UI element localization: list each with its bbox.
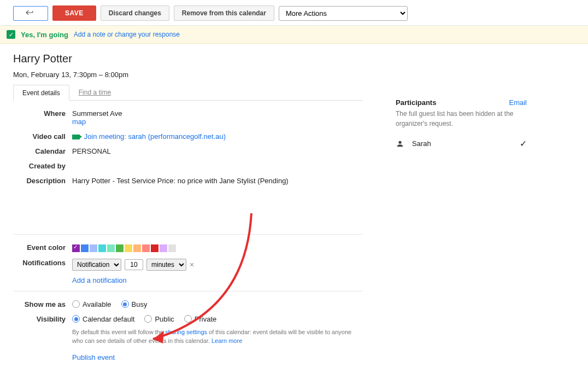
color-swatch[interactable] — [160, 244, 167, 252]
videocall-label: Video call — [13, 132, 72, 141]
radio-icon — [121, 300, 129, 308]
participants-panel: Participants Email The full guest list h… — [396, 53, 527, 377]
more-actions-select[interactable]: More Actions — [279, 6, 408, 21]
guest-list-hidden-note: The full guest list has been hidden at t… — [396, 109, 527, 129]
where-address: Summerset Ave — [72, 109, 363, 118]
color-swatches — [72, 243, 363, 252]
color-swatch[interactable] — [142, 244, 150, 252]
visibility-label: Visibility — [13, 315, 72, 361]
event-title: Harry Potter — [13, 53, 363, 65]
publish-event-link[interactable]: Publish event — [72, 353, 115, 361]
eventcolor-label: Event color — [13, 243, 72, 252]
join-meeting-link[interactable]: Join meeting: sarah (performancegolf.net… — [84, 132, 226, 141]
radio-icon — [184, 315, 192, 323]
svg-point-0 — [398, 141, 401, 143]
visibility-public-radio[interactable]: Public — [144, 315, 174, 323]
tabs: Event details Find a time — [13, 84, 363, 101]
color-swatch[interactable] — [72, 244, 80, 252]
show-available-radio[interactable]: Available — [72, 300, 111, 308]
toolbar: SAVE Discard changes Remove from this ca… — [0, 0, 588, 26]
tab-find-time[interactable]: Find a time — [69, 84, 120, 100]
where-label: Where — [13, 109, 72, 126]
back-arrow-icon — [26, 9, 36, 16]
remove-button[interactable]: Remove from this calendar — [174, 5, 274, 21]
visibility-private-radio[interactable]: Private — [184, 315, 216, 323]
rsvp-bar: ✓ Yes, I'm going Add a note or change yo… — [0, 26, 588, 44]
visibility-default-radio[interactable]: Calendar default — [72, 315, 134, 323]
person-icon — [396, 139, 404, 148]
map-link[interactable]: map — [72, 118, 86, 126]
participants-title: Participants — [396, 98, 436, 107]
notification-amount-input[interactable] — [125, 259, 143, 270]
rsvp-change-link[interactable]: Add a note or change your response — [74, 31, 180, 38]
color-swatch[interactable] — [116, 244, 124, 252]
color-swatch[interactable] — [90, 244, 97, 252]
calendar-label: Calendar — [13, 147, 72, 155]
save-button[interactable]: SAVE — [52, 5, 96, 21]
check-icon: ✓ — [7, 30, 15, 39]
color-swatch[interactable] — [151, 244, 158, 252]
visibility-note: By default this event will follow the sh… — [72, 328, 356, 346]
discard-button[interactable]: Discard changes — [101, 5, 169, 21]
description-label: Description — [13, 177, 72, 185]
calendar-value: PERSONAL — [72, 147, 363, 155]
back-button[interactable] — [13, 6, 48, 21]
notifications-label: Notifications — [13, 259, 72, 284]
radio-icon — [72, 300, 80, 308]
description-value: Harry Potter - Test Service Price: no pr… — [72, 177, 363, 185]
email-guests-link[interactable]: Email — [509, 98, 527, 107]
guest-accepted-icon: ✓ — [520, 138, 527, 149]
event-datetime: Mon, February 13, 7:30pm – 8:00pm — [13, 71, 363, 79]
guest-name: Sarah — [412, 139, 431, 148]
color-swatch[interactable] — [168, 244, 176, 252]
add-notification-link[interactable]: Add a notification — [72, 276, 127, 284]
guest-row: Sarah ✓ — [396, 138, 527, 149]
radio-icon — [72, 315, 80, 323]
notification-remove-icon[interactable]: × — [190, 260, 194, 269]
color-swatch[interactable] — [133, 244, 141, 252]
color-swatch[interactable] — [107, 244, 115, 252]
show-busy-radio[interactable]: Busy — [121, 300, 148, 308]
notification-type-select[interactable]: Notification — [72, 259, 121, 271]
radio-icon — [144, 315, 152, 323]
color-swatch[interactable] — [81, 244, 89, 252]
tab-event-details[interactable]: Event details — [13, 85, 69, 101]
createdby-value — [72, 162, 363, 170]
color-swatch[interactable] — [125, 244, 132, 252]
rsvp-status: Yes, I'm going — [21, 31, 68, 39]
showmeas-label: Show me as — [13, 300, 72, 308]
sharing-settings-link[interactable]: sharing settings — [165, 329, 207, 335]
notification-unit-select[interactable]: minutes — [146, 259, 186, 271]
createdby-label: Created by — [13, 162, 72, 170]
color-swatch[interactable] — [98, 244, 106, 252]
learn-more-link[interactable]: Learn more — [211, 337, 242, 344]
video-icon — [72, 135, 80, 139]
main-panel: Harry Potter Mon, February 13, 7:30pm – … — [13, 53, 363, 377]
